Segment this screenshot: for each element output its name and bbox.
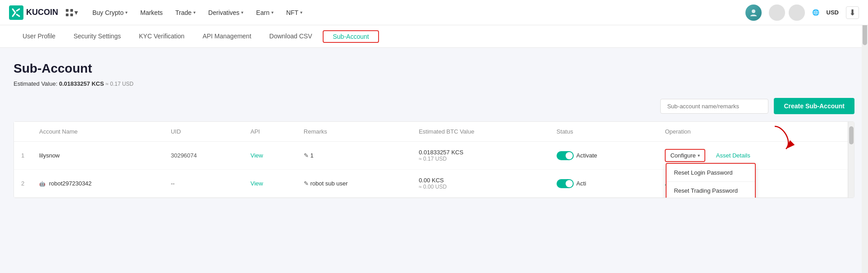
page-scrollbar[interactable] <box>862 0 868 273</box>
operation-buttons-1: Configure ▾ Reset Login Password Reset T… <box>665 149 847 162</box>
navbar-right: 🌐 USD ⬇ <box>745 5 859 21</box>
sub-nav-sub-account[interactable]: Sub-Account <box>323 30 379 43</box>
nav-markets[interactable]: Markets <box>135 5 168 20</box>
col-remarks: Remarks <box>297 122 411 142</box>
asset-details-link-1[interactable]: Asset Details <box>716 152 750 159</box>
col-api: API <box>243 122 297 142</box>
uid-cell-2: -- <box>164 170 243 198</box>
status-cell-2: Acti <box>549 170 658 198</box>
nft-chevron: ▾ <box>300 10 302 15</box>
row-num-2: 2 <box>14 170 32 198</box>
row-num: 1 <box>14 142 32 170</box>
table-header-row: Account Name UID API Remarks Estimated B… <box>14 122 854 142</box>
sub-nav-security-settings[interactable]: Security Settings <box>64 26 130 47</box>
svg-rect-1 <box>66 9 69 12</box>
activate-toggle-1[interactable] <box>557 151 574 160</box>
user-profile-icons <box>769 5 805 21</box>
sub-nav-download-csv[interactable]: Download CSV <box>260 26 321 47</box>
download-button[interactable]: ⬇ <box>846 6 859 19</box>
remarks-cell-2: ✎ robot sub user <box>297 170 411 198</box>
grid-chevron: ▾ <box>74 8 78 17</box>
api-view-link-1[interactable]: View <box>251 152 263 159</box>
page-title: Sub-Account <box>14 61 854 76</box>
main-content: Sub-Account Estimated Value: 0.01833257 … <box>0 48 868 273</box>
svg-rect-3 <box>66 14 69 16</box>
svg-rect-4 <box>70 14 73 16</box>
avatar-3[interactable] <box>789 5 805 21</box>
nav-trade[interactable]: Trade ▾ <box>170 5 201 20</box>
accounts-table-container: Account Name UID API Remarks Estimated B… <box>14 121 854 198</box>
dropdown-reset-trading[interactable]: Reset Trading Password <box>667 182 755 198</box>
col-num <box>14 122 32 142</box>
logo-text: KUCOIN <box>26 8 58 17</box>
sub-nav-user-profile[interactable]: User Profile <box>14 26 64 47</box>
activate-toggle-2[interactable] <box>557 179 574 188</box>
api-cell: View <box>243 142 297 170</box>
toggle-wrapper-1: Activate <box>557 151 651 160</box>
avatar-2[interactable] <box>769 5 785 21</box>
usd-equivalent: ≈ 0.17 USD <box>105 81 133 87</box>
account-name-cell-2: 🤖 robot297230342 <box>32 170 164 198</box>
col-uid: UID <box>164 122 243 142</box>
table-scrollbar[interactable] <box>848 122 854 198</box>
edit-icon-2[interactable]: ✎ <box>304 180 309 187</box>
sub-navigation: User Profile Security Settings KYC Verif… <box>0 25 868 48</box>
kcs-value: 0.01833257 KCS <box>59 80 104 87</box>
table-scroll-area[interactable]: Account Name UID API Remarks Estimated B… <box>14 122 854 198</box>
configure-chevron: ▾ <box>698 153 700 158</box>
uid-cell: 30296074 <box>164 142 243 170</box>
earn-chevron: ▾ <box>271 10 274 15</box>
nav-buy-crypto[interactable]: Buy Crypto ▾ <box>87 5 133 20</box>
robot-icon: 🤖 <box>39 181 46 186</box>
grid-icon[interactable]: ▾ <box>65 8 78 17</box>
col-operation: Operation <box>658 122 854 142</box>
navbar: KUCOIN ▾ Buy Crypto ▾ Markets Trade ▾ De… <box>0 0 868 25</box>
logo[interactable]: KUCOIN <box>9 5 58 20</box>
svg-rect-2 <box>70 9 73 12</box>
btc-value-cell-1: 0.01833257 KCS ≈ 0.17 USD <box>411 142 549 170</box>
sub-nav-kyc-verification[interactable]: KYC Verification <box>130 26 193 47</box>
avatar[interactable] <box>745 5 762 21</box>
trade-chevron: ▾ <box>193 10 196 15</box>
operation-cell-1: Configure ▾ Reset Login Password Reset T… <box>658 142 854 170</box>
col-status: Status <box>549 122 658 142</box>
main-nav: Buy Crypto ▾ Markets Trade ▾ Derivatives… <box>87 5 745 20</box>
sub-nav-api-management[interactable]: API Management <box>193 26 260 47</box>
nav-earn[interactable]: Earn ▾ <box>251 5 279 20</box>
api-cell-2: View <box>243 170 297 198</box>
status-cell-1: Activate <box>549 142 658 170</box>
svg-point-5 <box>752 9 755 13</box>
toolbar: Create Sub-Account <box>14 98 854 114</box>
api-view-link-2[interactable]: View <box>251 180 263 187</box>
dropdown-reset-login[interactable]: Reset Login Password <box>667 164 755 182</box>
remarks-cell-1: ✎ 1 <box>297 142 411 170</box>
account-name-cell: lilysnow <box>32 142 164 170</box>
accounts-table: Account Name UID API Remarks Estimated B… <box>14 122 854 198</box>
col-account-name: Account Name <box>32 122 164 142</box>
currency-button[interactable]: USD <box>827 9 839 16</box>
btc-value-cell-2: 0.00 KCS ≈ 0.00 USD <box>411 170 549 198</box>
estimated-value-row: Estimated Value: 0.01833257 KCS ≈ 0.17 U… <box>14 80 854 87</box>
derivatives-chevron: ▾ <box>241 10 243 15</box>
create-sub-account-button[interactable]: Create Sub-Account <box>774 98 854 114</box>
language-button[interactable]: 🌐 <box>812 9 819 16</box>
table-scrollbar-thumb[interactable] <box>849 126 854 144</box>
search-input[interactable] <box>660 99 768 114</box>
toggle-wrapper-2: Acti <box>557 179 651 188</box>
nav-nft[interactable]: NFT ▾ <box>281 5 308 20</box>
edit-icon[interactable]: ✎ <box>304 152 309 159</box>
estimated-label: Estimated Value: <box>14 80 57 87</box>
nav-derivatives[interactable]: Derivatives ▾ <box>203 5 249 20</box>
col-btc-value: Estimated BTC Value <box>411 122 549 142</box>
svg-rect-0 <box>9 5 23 20</box>
configure-dropdown: Reset Login Password Reset Trading Passw… <box>666 163 756 198</box>
buy-crypto-chevron: ▾ <box>125 10 128 15</box>
table-row: 1 lilysnow 30296074 View ✎ 1 <box>14 142 854 170</box>
configure-button-1[interactable]: Configure ▾ Reset Login Password Reset T… <box>665 149 705 162</box>
